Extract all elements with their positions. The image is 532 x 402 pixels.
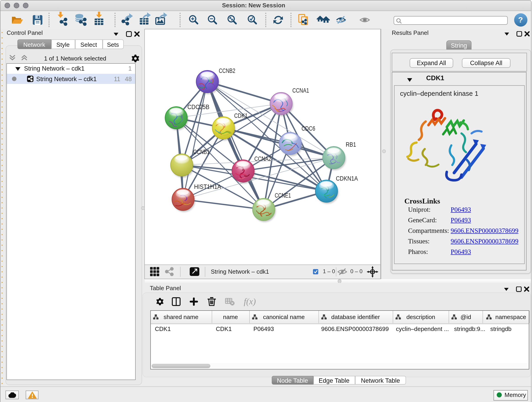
svg-text:CCNE1: CCNE1 bbox=[275, 192, 291, 199]
svg-text:CCNA2: CCNA2 bbox=[254, 155, 271, 162]
svg-text:CCNB1: CCNB1 bbox=[193, 148, 210, 155]
svg-text:HIST1H1A: HIST1H1A bbox=[194, 183, 221, 190]
svg-text:CCNB2: CCNB2 bbox=[219, 67, 235, 74]
svg-text:RB1: RB1 bbox=[346, 141, 356, 148]
svg-text:CDKN1A: CDKN1A bbox=[336, 175, 358, 182]
svg-text:CCNA1: CCNA1 bbox=[292, 87, 309, 94]
svg-text:f(x): f(x) bbox=[244, 297, 256, 306]
svg-text:CDC6: CDC6 bbox=[302, 125, 315, 132]
svg-text:CDC25B: CDC25B bbox=[187, 103, 209, 110]
svg-text:CDK1: CDK1 bbox=[234, 112, 248, 119]
